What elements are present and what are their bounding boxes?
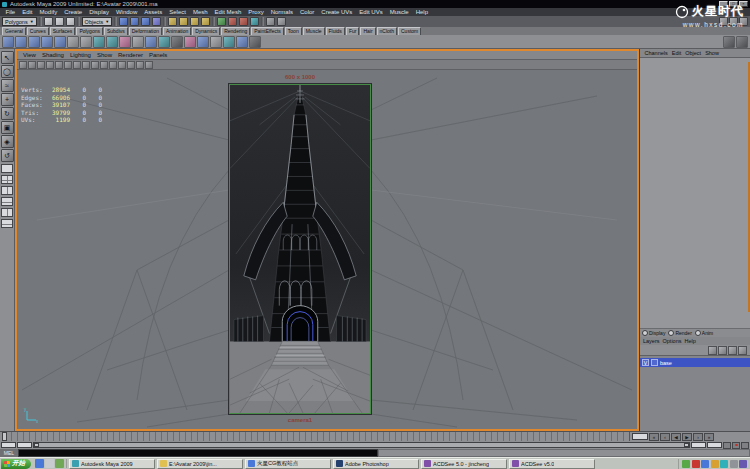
- paint-select-tool-icon[interactable]: ≈: [1, 79, 14, 92]
- shelf-tab[interactable]: Polygons: [76, 27, 103, 35]
- shelf-icon[interactable]: [145, 36, 157, 48]
- layer-display-type-toggle[interactable]: [651, 359, 658, 366]
- snap-to-plane-icon[interactable]: [201, 17, 210, 26]
- tray-icon[interactable]: [720, 460, 728, 468]
- animation-end-field[interactable]: [707, 442, 722, 448]
- field-chart-icon[interactable]: [91, 61, 99, 69]
- select-by-component-icon[interactable]: [141, 17, 150, 26]
- shelf-tab[interactable]: Dynamics: [192, 27, 220, 35]
- layer-menu-item[interactable]: Options: [663, 338, 682, 344]
- menu-item[interactable]: Edit UVs: [356, 8, 386, 16]
- step-forward-button[interactable]: ›: [693, 433, 703, 441]
- range-start-handle[interactable]: [34, 443, 39, 447]
- shelf-icon[interactable]: [54, 36, 66, 48]
- menu-set-dropdown[interactable]: Polygons ▼: [2, 17, 37, 26]
- universal-manipulator-icon[interactable]: ◈: [1, 135, 14, 148]
- perspective-viewport-panel[interactable]: ViewShadingLightingShowRendererPanels: [15, 49, 639, 431]
- menu-item[interactable]: Select: [166, 8, 190, 16]
- layer-list[interactable]: V base: [640, 356, 750, 431]
- range-slider-bar[interactable]: [33, 442, 690, 448]
- panel-menu-item[interactable]: Shading: [39, 52, 67, 58]
- panel-menu-item[interactable]: Show: [94, 52, 115, 58]
- auto-keyframe-toggle-icon[interactable]: [732, 442, 740, 449]
- shelf-tab[interactable]: Fluids: [326, 27, 345, 35]
- select-by-object-icon[interactable]: [130, 17, 139, 26]
- taskbar-task-button[interactable]: Autodesk Maya 2009: [69, 459, 155, 469]
- layer-mode-tab[interactable]: Anim: [695, 330, 713, 336]
- coordinate-input-icon[interactable]: [277, 17, 286, 26]
- shelf-tab[interactable]: Hair: [360, 27, 375, 35]
- rotate-tool-icon[interactable]: ↻: [1, 107, 14, 120]
- shelf-tab[interactable]: nCloth: [377, 27, 397, 35]
- shelf-tab[interactable]: Subdivs: [104, 27, 128, 35]
- go-to-end-button[interactable]: »: [704, 433, 714, 441]
- move-layer-down-icon[interactable]: [718, 346, 727, 355]
- lasso-tool-icon[interactable]: ◯: [1, 65, 14, 78]
- layer-mode-tab[interactable]: Render: [668, 330, 691, 336]
- menu-item[interactable]: Edit: [19, 8, 36, 16]
- resolution-gate-icon[interactable]: [73, 61, 81, 69]
- quick-launch-desktop-icon[interactable]: [45, 459, 54, 468]
- layout-persp-graph-button[interactable]: [1, 219, 13, 228]
- wireframe-mode-icon[interactable]: [118, 61, 126, 69]
- taskbar-task-button[interactable]: Adobe Photoshop: [333, 459, 419, 469]
- shelf-icon[interactable]: [210, 36, 222, 48]
- viewport-canvas[interactable]: Verts: 28954 0 0 Edges: 66906 0 0 Faces:…: [17, 70, 637, 429]
- shelf-icon[interactable]: [158, 36, 170, 48]
- range-end-handle[interactable]: [684, 443, 689, 447]
- shelf-tab[interactable]: PaintEffects: [251, 27, 284, 35]
- film-gate-icon[interactable]: [64, 61, 72, 69]
- shaded-mode-icon[interactable]: [127, 61, 135, 69]
- panel-menu-item[interactable]: Panels: [146, 52, 170, 58]
- grid-toggle-icon[interactable]: [55, 61, 63, 69]
- scale-tool-icon[interactable]: ▣: [1, 121, 14, 134]
- start-button[interactable]: 开始: [1, 459, 31, 469]
- shelf-icon[interactable]: [171, 36, 183, 48]
- layer-menu-item[interactable]: Layers: [643, 338, 660, 344]
- taskbar-task-button[interactable]: E:\Avatar 2009\jin...: [157, 459, 243, 469]
- menu-item[interactable]: Modify: [36, 8, 61, 16]
- layout-single-pane-button[interactable]: [1, 164, 13, 173]
- tray-icon[interactable]: [682, 460, 690, 468]
- shelf-tab[interactable]: Custom: [398, 27, 421, 35]
- shelf-editor-icon[interactable]: [723, 36, 735, 48]
- shelf-tab[interactable]: Toon: [285, 27, 302, 35]
- playback-start-field[interactable]: [17, 442, 32, 448]
- move-tool-icon[interactable]: +: [1, 93, 14, 106]
- create-layer-from-selected-icon[interactable]: [738, 346, 747, 355]
- play-backwards-button[interactable]: ◀: [671, 433, 681, 441]
- snap-to-curve-icon[interactable]: [179, 17, 188, 26]
- gate-mask-icon[interactable]: [82, 61, 90, 69]
- selection-mask-dropdown[interactable]: Objects ▼: [82, 17, 113, 26]
- shelf-icon[interactable]: [28, 36, 40, 48]
- shelf-icon[interactable]: [236, 36, 248, 48]
- layer-menu-item[interactable]: Help: [684, 338, 695, 344]
- move-layer-up-icon[interactable]: [708, 346, 717, 355]
- menu-item[interactable]: Display: [86, 8, 113, 16]
- current-time-marker[interactable]: [2, 432, 7, 441]
- save-scene-icon[interactable]: [66, 17, 75, 26]
- quick-input-icon[interactable]: [266, 17, 275, 26]
- render-current-frame-icon[interactable]: [228, 17, 237, 26]
- menu-item[interactable]: Window: [112, 8, 140, 16]
- create-empty-layer-icon[interactable]: [728, 346, 737, 355]
- menu-item[interactable]: Muscle: [386, 8, 412, 16]
- construction-history-icon[interactable]: [217, 17, 226, 26]
- play-forwards-button[interactable]: ▶: [682, 433, 692, 441]
- taskbar-task-button[interactable]: 火星CG教程站点: [245, 459, 331, 469]
- playback-end-field[interactable]: [691, 442, 706, 448]
- image-plane-icon[interactable]: [46, 61, 54, 69]
- channel-box-menu-item[interactable]: Object: [684, 50, 703, 56]
- shelf-icon[interactable]: [41, 36, 53, 48]
- menu-item[interactable]: Create: [61, 8, 86, 16]
- shelf-icon[interactable]: [80, 36, 92, 48]
- select-by-hierarchy-icon[interactable]: [119, 17, 128, 26]
- bookmarks-icon[interactable]: [37, 61, 45, 69]
- channel-box-menu-item[interactable]: Edit: [670, 50, 682, 56]
- snap-view-icon[interactable]: [19, 61, 27, 69]
- layout-two-pane-side-button[interactable]: [1, 186, 13, 195]
- open-scene-icon[interactable]: [55, 17, 64, 26]
- highlight-selection-icon[interactable]: [152, 17, 161, 26]
- textured-mode-icon[interactable]: [136, 61, 144, 69]
- time-slider-track[interactable]: [0, 432, 630, 441]
